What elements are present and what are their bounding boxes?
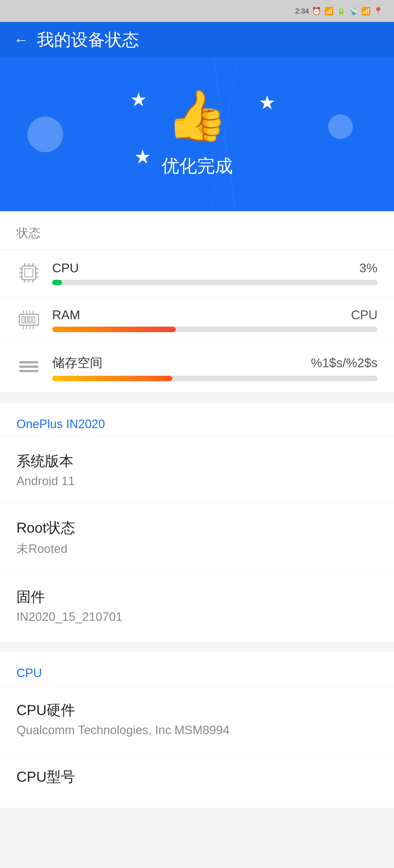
divider-1 — [0, 393, 394, 398]
battery-icon: 🔋 — [336, 7, 346, 16]
cpu-progress-container — [52, 280, 377, 285]
status-section: 状态 CPU 3% — [0, 211, 394, 393]
storage-label: 储存空间 — [52, 354, 103, 371]
hero-orb-left — [27, 117, 63, 152]
hero-icon-container: 👍 优化完成 — [162, 91, 233, 178]
hero-text: 优化完成 — [162, 154, 233, 178]
storage-status-content: 储存空间 %1$s/%2$s — [52, 354, 377, 381]
list-line-1 — [19, 361, 38, 363]
cpu-value: 3% — [359, 260, 377, 275]
list-line-3 — [19, 370, 38, 372]
cpu-hardware-value: Qualcomm Technologies, Inc MSM8994 — [17, 723, 377, 737]
wifi-icon: 📡 — [349, 7, 358, 16]
divider-2 — [0, 642, 394, 647]
cpu-model-label: CPU型号 — [17, 767, 377, 786]
cpu-section: CPU CPU硬件 Qualcomm Technologies, Inc MSM… — [0, 652, 394, 808]
back-button[interactable]: ← — [14, 32, 29, 48]
star-top-right-icon: ★ — [259, 91, 276, 114]
storage-progress-bar — [52, 376, 172, 381]
cpu-hardware-label: CPU硬件 — [17, 701, 377, 720]
signal-icon: 📶 — [361, 7, 371, 16]
svg-rect-4 — [25, 269, 33, 277]
location-icon: 📍 — [373, 7, 383, 16]
cpu-status-item: CPU 3% — [0, 250, 394, 297]
status-bar-icons: 2:34 ⏰ 📶 🔋 📡 📶 📍 — [295, 7, 383, 16]
hero-orb-right — [328, 114, 353, 139]
ram-status-row: RAM CPU — [52, 307, 377, 322]
ram-status-content: RAM CPU — [52, 307, 377, 332]
page-title: 我的设备状态 — [37, 28, 139, 51]
cpu-model-item: CPU型号 — [0, 752, 394, 805]
cpu-status-content: CPU 3% — [52, 260, 377, 285]
root-status-item: Root状态 未Rooted — [0, 503, 394, 572]
storage-list-icon — [18, 356, 40, 378]
alarm-icon: ⏰ — [312, 7, 321, 16]
svg-rect-18 — [22, 316, 24, 323]
root-status-label: Root状态 — [17, 518, 377, 537]
star-top-left-icon: ★ — [130, 88, 147, 111]
status-section-header: 状态 — [0, 211, 394, 250]
firmware-item: 固件 IN2020_15_210701 — [0, 572, 394, 639]
page-header: ← 我的设备状态 — [0, 22, 394, 58]
cpu-section-title: CPU — [0, 652, 394, 686]
firmware-label: 固件 — [17, 587, 377, 607]
root-status-value: 未Rooted — [17, 541, 377, 557]
system-version-item: 系统版本 Android 11 — [0, 437, 394, 503]
firmware-value: IN2020_15_210701 — [17, 610, 377, 624]
system-version-label: 系统版本 — [17, 452, 377, 471]
thumbs-up-icon: 👍 — [166, 91, 228, 140]
ram-label: RAM — [52, 307, 80, 322]
cpu-status-row: CPU 3% — [52, 260, 377, 275]
svg-rect-19 — [26, 316, 28, 323]
status-bar-time: 2:34 — [295, 7, 309, 16]
cpu-progress-bar — [52, 280, 62, 285]
device-section: OnePlus IN2020 系统版本 Android 11 Root状态 未R… — [0, 403, 394, 642]
storage-icon-box — [17, 354, 41, 379]
svg-rect-20 — [29, 316, 31, 323]
storage-progress-container — [52, 376, 377, 381]
ram-status-item: RAM CPU — [0, 297, 394, 343]
ram-progress-bar — [52, 327, 176, 332]
cpu-icon-box — [17, 260, 41, 285]
ram-progress-container — [52, 327, 377, 332]
svg-rect-21 — [33, 316, 35, 323]
star-bottom-icon: ★ — [134, 146, 151, 168]
ram-chip-icon — [18, 309, 40, 331]
hero-section: ★ ★ ★ 👍 优化完成 — [0, 58, 394, 211]
storage-status-row: 储存空间 %1$s/%2$s — [52, 354, 377, 371]
list-line-2 — [19, 366, 38, 368]
cpu-hardware-item: CPU硬件 Qualcomm Technologies, Inc MSM8994 — [0, 686, 394, 752]
sim-icon: 📶 — [324, 7, 334, 16]
svg-rect-3 — [22, 266, 36, 280]
storage-status-item: 储存空间 %1$s/%2$s — [0, 343, 394, 393]
system-version-value: Android 11 — [17, 474, 377, 488]
cpu-label: CPU — [52, 260, 79, 275]
status-bar: 2:34 ⏰ 📶 🔋 📡 📶 📍 — [0, 0, 394, 22]
ram-icon-box — [17, 307, 41, 332]
cpu-chip-icon — [18, 262, 40, 284]
ram-value: CPU — [351, 307, 377, 322]
device-section-title: OnePlus IN2020 — [0, 403, 394, 437]
storage-value: %1$s/%2$s — [311, 355, 377, 370]
